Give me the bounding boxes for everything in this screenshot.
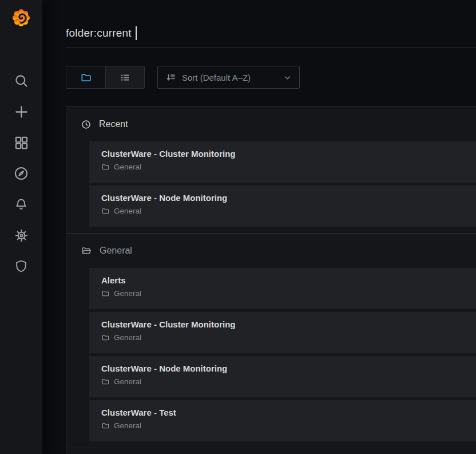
folder-tag-label: General bbox=[114, 377, 141, 386]
search-icon bbox=[14, 73, 29, 89]
section-header[interactable]: Recent bbox=[66, 107, 476, 141]
dashboard-card[interactable]: ClusterWare - Node Monitoring General bbox=[89, 185, 476, 227]
sidebar-item-alerting[interactable] bbox=[0, 189, 42, 220]
folder-tag: General bbox=[101, 421, 476, 430]
dashboard-title: ClusterWare - Cluster Monitoring bbox=[101, 319, 476, 329]
next-section-partial bbox=[66, 448, 476, 454]
dashboard-card[interactable]: Alerts General bbox=[89, 268, 476, 309]
section-header[interactable]: General bbox=[66, 234, 476, 268]
dashboard-title: ClusterWare - Test bbox=[101, 408, 476, 417]
sidebar-nav bbox=[0, 65, 42, 282]
folder-icon bbox=[101, 377, 110, 386]
grafana-logo[interactable] bbox=[0, 0, 42, 32]
folder-icon bbox=[101, 163, 110, 171]
grafana-logo-icon bbox=[10, 6, 33, 29]
folder-tag: General bbox=[101, 377, 476, 386]
folder-open-icon bbox=[81, 245, 92, 256]
dashboard-title: ClusterWare - Node Monitoring bbox=[101, 193, 476, 203]
search-toolbar: Sort (Default A–Z) bbox=[66, 66, 476, 89]
folder-icon bbox=[101, 333, 110, 342]
sort-picker[interactable]: Sort (Default A–Z) bbox=[157, 66, 300, 89]
sidebar-item-create[interactable] bbox=[0, 96, 42, 127]
search-results: Recent ClusterWare - Cluster Monitoring … bbox=[66, 106, 476, 454]
folder-view-button[interactable] bbox=[66, 66, 105, 88]
sidebar-item-server-admin[interactable] bbox=[0, 251, 42, 282]
folder-tag-label: General bbox=[114, 333, 141, 342]
sort-label: Sort (Default A–Z) bbox=[182, 73, 251, 82]
folder-tag: General bbox=[101, 163, 476, 171]
result-section: Recent ClusterWare - Cluster Monitoring … bbox=[66, 106, 476, 233]
folder-tag-label: General bbox=[114, 207, 141, 215]
dashboard-title: ClusterWare - Cluster Monitoring bbox=[101, 149, 476, 159]
alerting-bell-icon bbox=[14, 197, 29, 212]
sidebar-item-configuration[interactable] bbox=[0, 220, 42, 251]
configuration-gear-icon bbox=[14, 228, 29, 243]
dashboard-card[interactable]: ClusterWare - Test General bbox=[89, 400, 476, 441]
folder-icon bbox=[101, 421, 110, 430]
section-items: Alerts General ClusterWare - Cluster Mon… bbox=[66, 268, 476, 448]
sidebar-item-dashboards[interactable] bbox=[0, 127, 42, 158]
folder-tag: General bbox=[101, 207, 476, 215]
folder-tag-label: General bbox=[114, 163, 141, 171]
list-view-icon bbox=[119, 72, 131, 84]
clock-icon bbox=[81, 119, 92, 130]
text-caret bbox=[136, 26, 137, 40]
folder-icon bbox=[101, 207, 110, 215]
sidebar-item-search[interactable] bbox=[0, 65, 42, 96]
dashboard-card[interactable]: ClusterWare - Node Monitoring General bbox=[89, 356, 476, 397]
folder-tag: General bbox=[101, 333, 476, 342]
folder-tag: General bbox=[101, 289, 476, 298]
section-label: Recent bbox=[99, 119, 128, 129]
search-query-text: folder:current bbox=[66, 27, 132, 40]
plus-icon bbox=[13, 104, 30, 120]
folder-tag-label: General bbox=[114, 421, 141, 430]
dashboards-grid-icon bbox=[14, 135, 29, 151]
chevron-down-icon bbox=[283, 73, 292, 82]
dashboard-card[interactable]: ClusterWare - Cluster Monitoring General bbox=[89, 141, 476, 183]
dashboard-card[interactable]: ClusterWare - Cluster Monitoring General bbox=[89, 312, 476, 353]
sort-amount-icon bbox=[165, 72, 176, 83]
list-view-button[interactable] bbox=[105, 66, 144, 88]
folder-icon bbox=[101, 289, 110, 298]
search-input[interactable]: folder:current bbox=[66, 0, 476, 48]
result-section: General Alerts General ClusterWare - Clu… bbox=[66, 233, 476, 448]
layout-toggle-group bbox=[66, 66, 145, 89]
search-screen: folder:current Sort (Defau bbox=[42, 0, 476, 454]
dashboard-title: Alerts bbox=[101, 275, 476, 285]
sidebar-item-explore[interactable] bbox=[0, 158, 42, 189]
folder-tag-label: General bbox=[114, 289, 141, 298]
server-admin-shield-icon bbox=[14, 259, 29, 274]
folder-view-icon bbox=[80, 72, 92, 84]
explore-compass-icon bbox=[13, 165, 29, 181]
dashboard-title: ClusterWare - Node Monitoring bbox=[101, 364, 476, 373]
section-label: General bbox=[100, 246, 132, 256]
section-items: ClusterWare - Cluster Monitoring General… bbox=[66, 141, 476, 233]
sidebar bbox=[0, 0, 42, 454]
